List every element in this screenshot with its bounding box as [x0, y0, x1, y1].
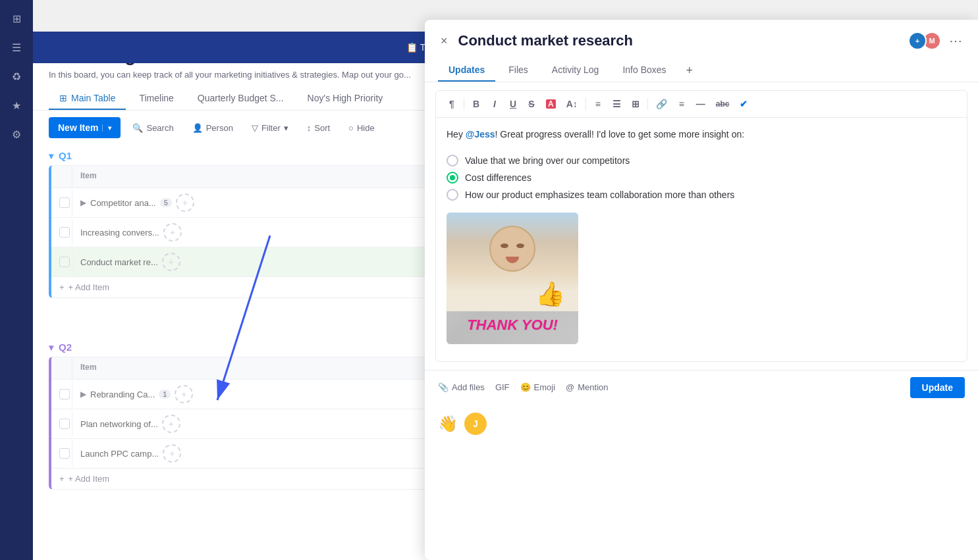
modal-more-options-button[interactable]: ⋯ — [946, 30, 965, 51]
sidebar-menu-icon[interactable]: ☰ — [5, 36, 28, 59]
check-circle-3[interactable] — [447, 189, 458, 201]
sort-button[interactable]: ↕ Sort — [300, 119, 337, 137]
sidebar-home-icon[interactable]: ⊞ — [5, 7, 28, 30]
q2row3-name[interactable]: Launch PPC camp... — [80, 449, 159, 459]
q2row3-add-person[interactable]: + — [163, 444, 181, 463]
search-label: Search — [146, 123, 173, 133]
sidebar-settings-icon[interactable]: ⚙ — [5, 122, 28, 146]
group-q1-label: Q1 — [59, 150, 72, 161]
q2row2-checkbox[interactable] — [59, 419, 70, 429]
editor-content[interactable]: Hey @Jess! Great progress overall! I'd l… — [436, 118, 967, 361]
more-options-icon: ⋯ — [949, 34, 962, 48]
rte-link-btn[interactable]: 🔗 — [652, 96, 671, 112]
mention-text[interactable]: @Jess — [466, 129, 495, 140]
tab-timeline[interactable]: Timeline — [128, 88, 184, 110]
check-circle-1[interactable] — [447, 155, 458, 166]
align-icon: ≡ — [679, 99, 684, 109]
q2row2-add-person[interactable]: + — [162, 415, 180, 433]
row3-checkbox[interactable] — [59, 257, 70, 267]
group-q2-label: Q2 — [59, 342, 72, 353]
rte-align-btn[interactable]: ≡ — [674, 96, 690, 112]
person-button[interactable]: 👤 Person — [186, 119, 240, 137]
q2row1-checkbox[interactable] — [59, 389, 70, 399]
modal-tab-activity[interactable]: Activity Log — [541, 59, 610, 82]
row3-name[interactable]: Conduct market re... — [80, 257, 158, 267]
rte-divider-1 — [464, 98, 464, 110]
group-q1-chevron[interactable]: ▾ — [49, 151, 53, 161]
check-circle-2[interactable] — [447, 172, 458, 184]
person-icon: 👤 — [192, 123, 203, 133]
baby-eye-left — [501, 243, 508, 248]
emoji-button[interactable]: 😊 Emoji — [520, 382, 556, 392]
update-button[interactable]: Update — [910, 377, 965, 398]
row2-checkbox-cell — [51, 219, 72, 245]
left-sidebar: ⊞ ☰ ♻ ★ ⚙ — [0, 0, 33, 560]
footer-actions: 📎 Add files GIF 😊 Emoji @ Mention — [438, 382, 609, 392]
board-description: In this board, you can keep track of all… — [49, 70, 444, 80]
modal-tab-files[interactable]: Files — [498, 59, 539, 82]
new-item-button[interactable]: New Item ▾ — [49, 117, 121, 138]
row2-checkbox[interactable] — [59, 227, 70, 238]
row2-add-person[interactable]: + — [163, 223, 182, 242]
q2row3-checkbox[interactable] — [59, 448, 70, 459]
rte-hr-btn[interactable]: — — [692, 96, 709, 112]
rte-highlight-btn[interactable]: A — [542, 96, 560, 112]
rte-italic-btn[interactable]: I — [487, 96, 503, 112]
modal-header-top: × Conduct market research + M ⋯ — [438, 30, 965, 51]
modal-tab-files-label: Files — [508, 64, 528, 75]
mention-label: Mention — [578, 382, 608, 392]
new-item-label: New Item — [58, 122, 98, 133]
message-text: ! Great progress overall! I'd love to ge… — [495, 129, 745, 140]
q2-col-checkbox — [51, 357, 72, 379]
modal-tab-infoboxes[interactable]: Info Boxes — [612, 59, 676, 82]
striketext-icon: abc — [716, 100, 730, 108]
rte-striketext-btn[interactable]: abc — [712, 96, 734, 112]
mention-button[interactable]: @ Mention — [566, 382, 608, 392]
rte-underline-btn[interactable]: U — [505, 96, 521, 112]
rte-strike-btn[interactable]: S — [524, 96, 539, 112]
add-files-button[interactable]: 📎 Add files — [438, 382, 485, 392]
tab-noy[interactable]: Noy's High Priority — [297, 88, 394, 110]
tab-main-table[interactable]: ⊞ Main Table — [49, 88, 126, 110]
q2row1-expand[interactable]: ▶ — [80, 390, 86, 399]
rte-divider-2 — [585, 98, 586, 110]
rte-ol-btn[interactable]: ☰ — [609, 96, 625, 112]
row1-add-person[interactable]: + — [176, 193, 194, 212]
filter-icon: ▽ — [252, 123, 258, 133]
modal-footer: 📎 Add files GIF 😊 Emoji @ Mention Update — [425, 370, 978, 405]
row3-add-person[interactable]: + — [162, 253, 180, 271]
row1-name[interactable]: Competitor ana... — [90, 198, 156, 208]
hide-button[interactable]: ○ Hide — [342, 119, 381, 137]
checklist: Value that we bring over our competitors… — [447, 152, 956, 203]
rte-bold-btn[interactable]: B — [468, 96, 484, 112]
modal-close-button[interactable]: × — [438, 32, 450, 49]
row1-expand[interactable]: ▶ — [80, 198, 86, 207]
baby-mouth — [506, 257, 519, 263]
group-q2-chevron[interactable]: ▾ — [49, 342, 53, 353]
rte-ul-btn[interactable]: ≡ — [590, 96, 606, 112]
q2row2-name[interactable]: Plan networking of... — [80, 419, 158, 429]
row1-checkbox[interactable] — [59, 197, 70, 208]
rte-check-btn[interactable]: ✔ — [736, 96, 751, 112]
gif-button[interactable]: GIF — [495, 382, 510, 392]
search-button[interactable]: 🔍 Search — [126, 119, 180, 137]
filter-label: Filter — [261, 123, 281, 133]
row2-name[interactable]: Increasing convers... — [80, 228, 159, 238]
q2row1-name[interactable]: Rebranding Ca... — [90, 390, 155, 399]
baby-face — [489, 226, 535, 272]
rte-text-size-btn[interactable]: A↕ — [562, 96, 582, 112]
tab-quarterly[interactable]: Quarterly Budget S... — [187, 88, 294, 110]
hr-icon: — — [696, 99, 705, 109]
filter-button[interactable]: ▽ Filter ▾ — [245, 119, 295, 137]
strikethrough-icon: S — [528, 99, 534, 109]
q2row1-add-person[interactable]: + — [175, 385, 193, 403]
sidebar-refresh-icon[interactable]: ♻ — [5, 64, 28, 88]
rte-table-btn[interactable]: ⊞ — [628, 96, 643, 112]
sort-label: Sort — [314, 123, 330, 133]
q2row2-checkbox-cell — [51, 411, 72, 437]
modal-tab-add[interactable]: + — [680, 59, 700, 82]
modal-tab-updates[interactable]: Updates — [438, 59, 495, 82]
emoji-label: Emoji — [534, 382, 556, 392]
rte-paragraph-btn[interactable]: ¶ — [444, 96, 460, 112]
sidebar-favorite-icon[interactable]: ★ — [5, 93, 28, 117]
